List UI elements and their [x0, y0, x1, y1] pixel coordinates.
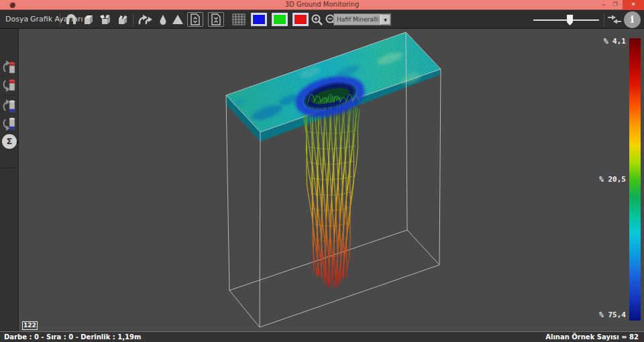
toolbar: Dosya Grafik Ayarları — [0, 10, 644, 29]
swap-arrows-button[interactable] — [606, 12, 623, 27]
green-color-button[interactable] — [272, 13, 288, 26]
open-cube-button[interactable] — [98, 12, 114, 27]
toolbar-separator — [133, 13, 133, 26]
red-cylinder-rotate-2-button[interactable] — [1, 76, 17, 93]
document-expand-icon — [190, 13, 201, 25]
toolbar-separator — [604, 13, 604, 26]
swap-arrows-icon — [606, 13, 623, 26]
status-sample-count: Alınan Örnek Sayısı = 82 — [545, 333, 639, 341]
sample-counter-badge: 122 — [22, 321, 38, 330]
maximize-button[interactable]: ❐ — [610, 0, 621, 10]
arch-view-button[interactable] — [63, 12, 79, 27]
open-cube-alt-button[interactable] — [115, 12, 131, 27]
scale-label-top: % 4,1 — [583, 37, 626, 46]
expand-document-button[interactable] — [187, 12, 203, 27]
mineral-type-select[interactable]: Hafif Mineralli ▼ — [333, 13, 391, 25]
status-depth-info: Darbe : 0 - Sıra : 0 - Derinlik : 1,19m — [4, 333, 141, 341]
green-swatch — [274, 15, 286, 24]
toolbar-separator — [60, 13, 60, 26]
dropdown-arrow-icon[interactable]: ▼ — [380, 14, 390, 25]
opacity-slider[interactable] — [533, 19, 599, 21]
title-bar: 3D Ground Monitoring – ❐ ✕ — [0, 0, 644, 10]
open-cube-alt-icon — [116, 13, 129, 26]
red-swatch — [294, 15, 307, 24]
rotate-arrows-icon — [138, 13, 154, 26]
sigma-icon: Σ — [2, 134, 17, 149]
status-bar: Darbe : 0 - Sıra : 0 - Derinlik : 1,19m … — [0, 331, 644, 342]
cube-icon — [82, 13, 95, 26]
color-scale-bar — [629, 38, 641, 321]
red-cylinder-rotate-icon — [1, 76, 17, 93]
zoom-in-button[interactable] — [310, 12, 323, 27]
grid-icon — [232, 13, 246, 25]
red-cylinder-rotate-1-button[interactable] — [1, 59, 17, 76]
mineral-type-value: Hafif Mineralli — [334, 16, 380, 23]
droplet-button[interactable] — [155, 12, 171, 27]
minimize-button[interactable]: – — [598, 0, 609, 10]
left-sidebar: Σ — [0, 29, 19, 331]
sidebar-separator — [2, 168, 16, 168]
sidebar-separator — [2, 95, 16, 96]
sample-funnel-mesh — [303, 96, 360, 289]
blue-swatch — [253, 15, 265, 24]
zoom-in-icon — [311, 13, 323, 26]
red-cylinder-rotate-icon — [1, 59, 17, 76]
blue-cylinder-rotate-icon — [1, 115, 17, 132]
blue-cylinder-rotate-2-button[interactable] — [1, 115, 17, 132]
scale-label-middle: % 20,5 — [583, 175, 626, 184]
window-title: 3D Ground Monitoring — [0, 1, 644, 8]
sum-button[interactable]: Σ — [2, 134, 17, 149]
info-button[interactable]: i — [624, 11, 641, 28]
ground-model-3d — [19, 29, 644, 331]
blue-color-button[interactable] — [251, 13, 267, 26]
red-color-button[interactable] — [292, 13, 309, 26]
document-collapse-icon — [211, 13, 221, 25]
app-window: 3D Ground Monitoring – ❐ ✕ Dosya Grafik … — [0, 0, 644, 342]
solid-cube-button[interactable] — [80, 12, 97, 27]
cone-icon — [171, 13, 184, 26]
scale-label-bottom: % 75,4 — [583, 310, 626, 319]
collapse-document-button[interactable] — [208, 12, 224, 27]
menu-dosya[interactable]: Dosya — [5, 15, 28, 23]
blue-cylinder-rotate-1-button[interactable] — [1, 98, 17, 115]
droplet-icon — [156, 13, 170, 26]
slider-thumb[interactable] — [567, 15, 573, 25]
grid-toggle-button[interactable] — [231, 12, 247, 27]
arch-icon — [64, 13, 78, 26]
open-cube-icon — [99, 13, 113, 26]
rotate-view-button[interactable] — [136, 12, 155, 27]
blue-cylinder-rotate-icon — [1, 98, 17, 115]
close-button[interactable]: ✕ — [623, 0, 644, 10]
viewport-3d[interactable]: % 4,1 % 20,5 % 75,4 122 — [19, 29, 644, 331]
cone-button[interactable] — [170, 12, 186, 27]
